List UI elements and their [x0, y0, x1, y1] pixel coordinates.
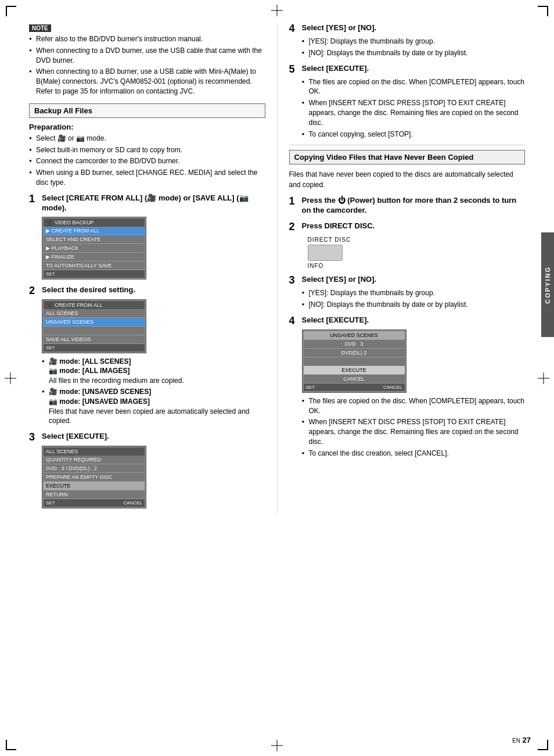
right-step4-menu-row-execute: EXECUTE: [304, 366, 405, 375]
step3-menu-bottom: SET CANCEL: [44, 499, 145, 507]
crosshair-bottom: [271, 740, 283, 751]
right-step-4-title: Select [EXECUTE].: [302, 316, 526, 325]
step3-menu-row-4: EXECUTE: [44, 482, 145, 490]
left-step-2-header: 2 Select the desired setting.: [29, 285, 265, 296]
step2-menu-icon: 🎥: [46, 302, 52, 308]
prep-title: Preparation:: [29, 123, 265, 131]
step1-menu-row-5: TO AUTOMATICALLY SAVE: [44, 261, 145, 270]
right-step-4-num: 4: [289, 316, 298, 326]
right-step-2-header: 2 Press DIRECT DISC.: [289, 221, 526, 232]
step2-menu-row-4: SAVE ALL VIDEOS: [44, 335, 145, 344]
right-step-3-num: 3: [289, 275, 298, 285]
copying-section-title: Copying Video Files that Have Never Been…: [289, 150, 526, 164]
left-step-1-header: 1 Select [CREATE FROM ALL] (🎥 mode) or […: [29, 194, 265, 213]
crosshair-right: [538, 372, 549, 384]
right-column: 4 Select [YES] or [NO]. [YES]: Displays …: [277, 23, 526, 514]
right-step4-left-list: [YES]: Displays the thumbnails by group.…: [302, 37, 526, 58]
side-tab: COPYING: [541, 232, 554, 337]
step2-note-2: 🎥 mode: [UNSAVED SCENES] 📷 mode: [UNSAVE…: [42, 387, 265, 426]
direct-disc-area: DIRECT DISC INFO: [302, 237, 526, 269]
right-step5-left-num: 5: [289, 64, 298, 74]
note-list: Refer also to the BD/DVD burner's instru…: [29, 34, 265, 96]
right-step4-left-title: Select [YES] or [NO].: [302, 23, 526, 33]
right-step4-menu-bottom: SET CANCEL: [304, 384, 405, 391]
left-step-3-body: ALL SCENES QUANTITY REQUIRED DVD : 3 / D…: [29, 446, 265, 508]
step1-menu-row-1: ▶ CREATE FROM ALL: [44, 227, 145, 235]
note-box: NOTE Refer also to the BD/DVD burner's i…: [29, 23, 265, 96]
left-step-1-body: 🎥 VIDEO BACKUP ▶ CREATE FROM ALL SELECT …: [29, 217, 265, 280]
corner-mark-tr: [538, 6, 548, 16]
step1-menu: 🎥 VIDEO BACKUP ▶ CREATE FROM ALL SELECT …: [42, 217, 146, 280]
right-step5-left-body: The files are copied on the disc. When […: [289, 77, 526, 139]
right-step4-left-header: 4 Select [YES] or [NO].: [289, 23, 526, 34]
page: COPYING NOTE Refer also to the BD/DVD bu…: [0, 0, 554, 756]
direct-disc-button[interactable]: [308, 245, 343, 261]
crosshair-top: [271, 5, 283, 16]
page-footer: EN 27: [512, 736, 531, 744]
note-item-2: When connecting to a DVD burner, use the…: [29, 46, 265, 66]
step3-menu-row-2: DVD : 3 / DVD(DL) : 2: [44, 464, 145, 473]
left-column: NOTE Refer also to the BD/DVD burner's i…: [29, 23, 265, 514]
right-step4-menu-row-1: UNSAVED SCENES: [304, 331, 405, 340]
note-item-1: Refer also to the BD/DVD burner's instru…: [29, 34, 265, 44]
right-step-4-body: UNSAVED SCENES DVD 3 DVD(DL) 2 EXECUTE C…: [289, 329, 526, 458]
step3-menu-row-5: RETURN: [44, 490, 145, 499]
step3-menu: ALL SCENES QUANTITY REQUIRED DVD : 3 / D…: [42, 446, 146, 508]
right-step-2-body: DIRECT DISC INFO: [289, 237, 526, 269]
step1-menu-bottom: SET: [44, 270, 145, 278]
info-label: INFO: [308, 263, 526, 269]
left-step-1-num: 1: [29, 194, 38, 204]
right-step4-left-num: 4: [289, 23, 298, 34]
right-step-3-title: Select [YES] or [NO].: [302, 275, 526, 285]
step2-menu-row-2: UNSAVED SCENES: [44, 318, 145, 327]
right-step5-left-item-2: When [INSERT NEXT DISC PRESS [STOP] TO E…: [302, 98, 526, 127]
step2-menu: 🎥 CREATE FROM ALL ALL SCENES UNSAVED SCE…: [42, 299, 146, 353]
right-step5-left-list: The files are copied on the disc. When […: [302, 77, 526, 139]
step3-menu-title: ALL SCENES: [44, 447, 145, 456]
right-step-1-header: 1 Press the ⏻ (Power) button for more th…: [289, 196, 526, 216]
right-step-2-title: Press DIRECT DISC.: [302, 221, 526, 231]
left-step-3-num: 3: [29, 432, 38, 442]
direct-disc-label: DIRECT DISC: [308, 237, 526, 243]
step2-note-1: 🎥 mode: [ALL SCENES] 📷 mode: [ALL IMAGES…: [42, 357, 265, 386]
right-step-4-item-1: The files are copied on the disc. When […: [302, 396, 526, 416]
right-step-1: 1 Press the ⏻ (Power) button for more th…: [289, 196, 526, 216]
left-step-3-title: Select [EXECUTE].: [42, 432, 265, 442]
step2-menu-row-3: [44, 327, 145, 335]
right-step-3-item-2: [NO]: Displays the thumbnails by date or…: [302, 300, 526, 310]
section-divider: [289, 145, 526, 145]
left-step-3: 3 Select [EXECUTE]. ALL SCENES QUANTITY …: [29, 432, 265, 508]
right-step5-left-title: Select [EXECUTE].: [302, 64, 526, 74]
right-step4-left-item-2: [NO]: Displays the thumbnails by date or…: [302, 48, 526, 58]
prep-item-3: Connect the camcorder to the BD/DVD burn…: [29, 156, 265, 166]
right-step5-left-item-1: The files are copied on the disc. When […: [302, 77, 526, 97]
step2-menu-bottom: SET: [44, 344, 145, 352]
intro-text: Files that have never been copied to the…: [289, 169, 526, 190]
right-step-4-header: 4 Select [EXECUTE].: [289, 316, 526, 326]
right-step-1-num: 1: [289, 196, 298, 206]
right-step-4-item-3: To cancel the disc creation, select [CAN…: [302, 449, 526, 458]
left-step-2: 2 Select the desired setting. 🎥 CREATE F…: [29, 285, 265, 427]
note-item-3: When connecting to a BD burner, use a US…: [29, 67, 265, 96]
right-step-3-item-1: [YES]: Displays the thumbnails by group.: [302, 288, 526, 298]
left-step-2-title: Select the desired setting.: [42, 285, 265, 295]
step1-menu-row-2: SELECT AND CREATE: [44, 235, 145, 244]
left-step-3-header: 3 Select [EXECUTE].: [29, 432, 265, 442]
right-step4-menu-row-3: DVD(DL) 2: [304, 349, 405, 357]
right-step-4-item-2: When [INSERT NEXT DISC PRESS [STOP] TO E…: [302, 417, 526, 446]
right-step4-menu-row-cancel: CANCEL: [304, 375, 405, 384]
corner-mark-bl: [6, 740, 16, 750]
left-step-2-num: 2: [29, 285, 38, 296]
backup-section-title: Backup All Files: [29, 103, 265, 118]
right-step-2-num: 2: [289, 221, 298, 232]
right-step4-left-body: [YES]: Displays the thumbnails by group.…: [289, 37, 526, 58]
right-step5-left: 5 Select [EXECUTE]. The files are copied…: [289, 64, 526, 139]
step2-menu-row-1: ALL SCENES: [44, 309, 145, 318]
right-step-3-header: 3 Select [YES] or [NO].: [289, 275, 526, 285]
right-step-2: 2 Press DIRECT DISC. DIRECT DISC INFO: [289, 221, 526, 269]
right-step-3-body: [YES]: Displays the thumbnails by group.…: [289, 288, 526, 310]
right-step-3-list: [YES]: Displays the thumbnails by group.…: [302, 288, 526, 310]
right-step4-execute-menu: UNSAVED SCENES DVD 3 DVD(DL) 2 EXECUTE C…: [302, 329, 406, 393]
prep-item-4: When using a BD burner, select [CHANGE R…: [29, 168, 265, 188]
note-label: NOTE: [29, 24, 51, 32]
